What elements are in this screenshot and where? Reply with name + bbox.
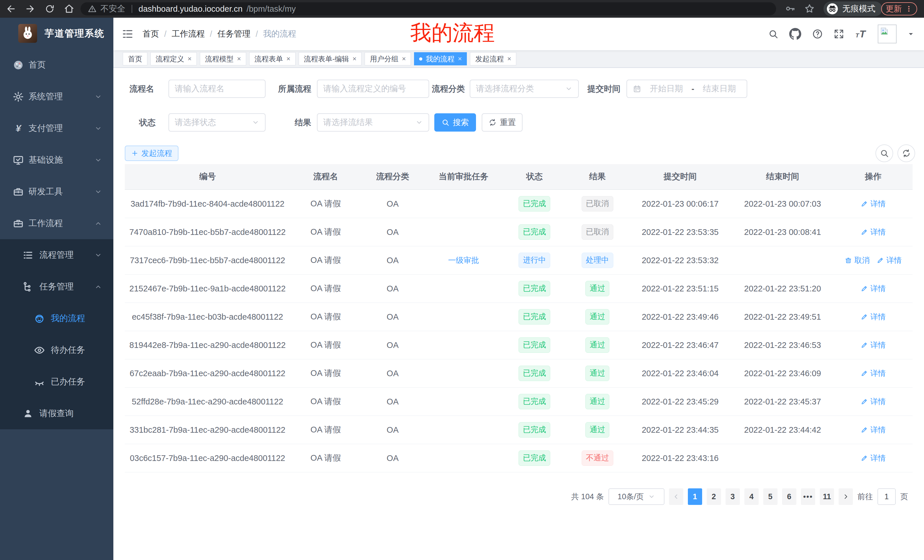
detail-link[interactable]: 详情 <box>861 340 886 350</box>
cell-category: OA <box>361 284 424 293</box>
detail-link[interactable]: 详情 <box>861 425 886 435</box>
sidebar-item-leave-query[interactable]: 请假查询 <box>0 398 113 429</box>
close-icon[interactable]: × <box>507 55 511 62</box>
cell-submit-time: 2022-01-22 23:45:29 <box>629 397 732 406</box>
detail-link[interactable]: 详情 <box>861 283 886 294</box>
help-icon[interactable] <box>812 28 823 39</box>
page-button-6[interactable]: 6 <box>782 488 796 505</box>
cell-actions: 详情 <box>834 283 913 294</box>
sidebar-item-home[interactable]: 首页 <box>0 49 113 81</box>
category-select[interactable]: 请选择流程分类 <box>470 79 579 98</box>
detail-link[interactable]: 详情 <box>861 453 886 463</box>
page-button-3[interactable]: 3 <box>726 488 740 505</box>
active-dot <box>419 57 422 60</box>
browser-back-button[interactable] <box>4 3 17 15</box>
breadcrumb-task-mgmt[interactable]: 任务管理 <box>217 28 250 40</box>
process-name-input[interactable]: 请输入流程名 <box>168 79 266 98</box>
tab-process-model[interactable]: 流程模型× <box>200 52 246 65</box>
status-placeholder: 请选择状态 <box>175 117 248 128</box>
cell-name: OA 请假 <box>290 452 361 464</box>
sidebar-item-done-tasks[interactable]: 已办任务 <box>0 366 113 398</box>
search-button[interactable]: 搜索 <box>434 113 476 132</box>
password-key-icon[interactable] <box>784 3 795 14</box>
sidebar-item-task-mgmt[interactable]: 任务管理 <box>0 271 113 302</box>
tab-home[interactable]: 首页 <box>123 52 147 65</box>
browser-forward-button[interactable] <box>24 3 36 15</box>
sidebar-item-devtools[interactable]: 研发工具 <box>0 176 113 208</box>
address-bar[interactable]: 不安全 dashboard.yudao.iocoder.cn/bpm/task/… <box>81 2 776 15</box>
url-divider <box>132 5 132 13</box>
cancel-link[interactable]: 取消 <box>844 255 870 265</box>
chevron-down-icon[interactable] <box>908 30 914 37</box>
detail-link[interactable]: 详情 <box>877 255 902 265</box>
cell-status: 已完成 <box>503 451 566 466</box>
sidebar-item-payment[interactable]: ¥支付管理 <box>0 112 113 144</box>
sidebar-item-system[interactable]: 系统管理 <box>0 81 113 112</box>
search-icon[interactable] <box>768 29 778 39</box>
browser-reload-button[interactable] <box>44 3 56 15</box>
tab-label: 用户分组 <box>370 54 398 64</box>
close-icon[interactable]: × <box>458 55 462 62</box>
close-icon[interactable]: × <box>352 55 356 62</box>
bookmark-star-icon[interactable] <box>804 3 815 14</box>
page-size-select[interactable]: 10条/页 <box>609 488 664 505</box>
breadcrumb-workflow[interactable]: 工作流程 <box>172 28 205 40</box>
page-button-5[interactable]: 5 <box>763 488 777 505</box>
sidebar-item-label: 研发工具 <box>28 186 63 198</box>
cell-end-time: 2022-01-23 00:07:03 <box>731 199 834 209</box>
status-select[interactable]: 请选择状态 <box>168 113 266 132</box>
sidebar-item-my-process[interactable]: 我的流程 <box>0 302 113 334</box>
goto-page-input[interactable]: 1 <box>878 488 896 505</box>
detail-link[interactable]: 详情 <box>861 199 886 209</box>
start-process-button[interactable]: 发起流程 <box>125 145 178 161</box>
table-row: 52ffd28e-7b9a-11ec-a290-acde48001122OA 请… <box>125 388 913 416</box>
plus-icon <box>131 150 138 157</box>
close-icon[interactable]: × <box>286 55 290 62</box>
detail-link[interactable]: 详情 <box>861 397 886 407</box>
sidebar-item-process-mgmt[interactable]: 流程管理 <box>0 239 113 271</box>
font-size-icon[interactable]: TT <box>855 28 867 40</box>
sidebar-item-infra[interactable]: 基础设施 <box>0 144 113 176</box>
github-icon[interactable] <box>789 28 801 40</box>
col-end-time: 结束时间 <box>731 171 834 183</box>
date-range-picker[interactable]: 开始日期 - 结束日期 <box>627 79 747 98</box>
browser-update-button[interactable]: 更新 <box>881 2 917 15</box>
refresh-table-button[interactable] <box>897 144 915 162</box>
next-page-button[interactable] <box>838 488 853 505</box>
close-icon[interactable]: × <box>402 55 406 62</box>
show-search-toggle-button[interactable] <box>876 144 893 162</box>
robot-icon <box>34 313 45 324</box>
sidebar-item-todo-tasks[interactable]: 待办任务 <box>0 334 113 366</box>
close-icon[interactable]: × <box>188 55 192 62</box>
hamburger-icon[interactable] <box>122 28 134 40</box>
task-link[interactable]: 一级审批 <box>448 255 479 265</box>
tab-process-definition[interactable]: 流程定义× <box>150 52 197 65</box>
page-button-4[interactable]: 4 <box>744 488 759 505</box>
result-select[interactable]: 请选择流结果 <box>317 113 429 132</box>
page-button-11[interactable]: 11 <box>820 488 834 505</box>
avatar[interactable] <box>878 24 897 43</box>
sidebar-item-label: 已办任务 <box>51 376 85 388</box>
page-button-2[interactable]: 2 <box>707 488 721 505</box>
cell-category: OA <box>361 340 424 350</box>
process-definition-input[interactable]: 请输入流程定义的编号 <box>317 79 429 98</box>
cell-status: 已完成 <box>503 422 566 437</box>
tab-process-form[interactable]: 流程表单× <box>249 52 296 65</box>
detail-link[interactable]: 详情 <box>861 312 886 322</box>
breadcrumb-home[interactable]: 首页 <box>142 28 159 40</box>
tab-process-form-edit[interactable]: 流程表单-编辑× <box>298 52 362 65</box>
browser-home-button[interactable] <box>63 3 75 15</box>
tab-user-group[interactable]: 用户分组× <box>364 52 411 65</box>
col-task: 当前审批任务 <box>424 171 503 183</box>
fullscreen-icon[interactable] <box>834 29 844 39</box>
reset-button[interactable]: 重置 <box>482 113 522 132</box>
prev-page-button[interactable] <box>669 488 683 505</box>
detail-link[interactable]: 详情 <box>861 368 886 379</box>
page-button-1[interactable]: 1 <box>688 488 702 505</box>
tab-my-process[interactable]: 我的流程× <box>414 52 467 65</box>
app-logo[interactable]: 芋道管理系统 <box>0 18 113 49</box>
close-icon[interactable]: × <box>237 55 241 62</box>
detail-link[interactable]: 详情 <box>861 227 886 237</box>
sidebar-item-workflow[interactable]: 工作流程 <box>0 208 113 239</box>
tab-start-process[interactable]: 发起流程× <box>470 52 516 65</box>
